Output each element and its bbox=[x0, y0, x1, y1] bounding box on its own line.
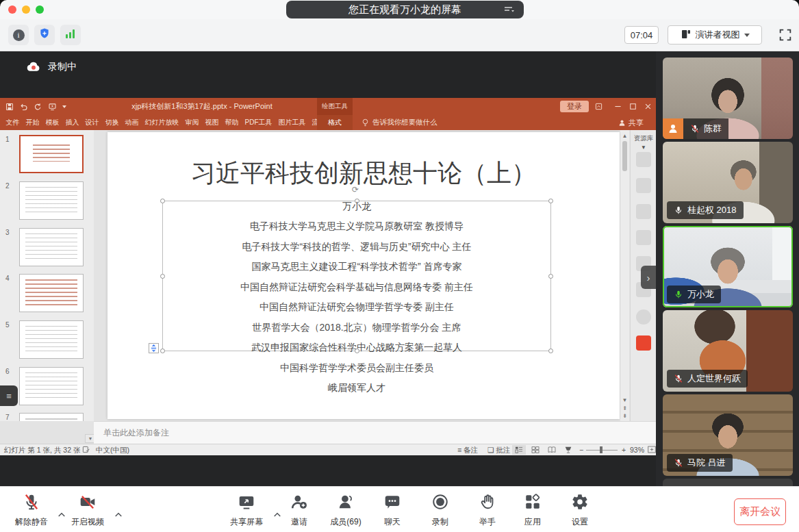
ribbon-tab-review[interactable]: 审阅 bbox=[182, 115, 202, 130]
spellcheck-icon[interactable] bbox=[82, 446, 90, 455]
thumb-number: 7 bbox=[5, 414, 10, 421]
reading-view-button[interactable] bbox=[545, 445, 559, 455]
slide-thumbnail-3[interactable] bbox=[19, 228, 84, 266]
redo-icon[interactable] bbox=[34, 103, 42, 111]
participant-tile-wanxiaolong[interactable]: 万小龙 bbox=[663, 226, 793, 307]
ribbon-options-button[interactable] bbox=[593, 101, 604, 112]
floating-panel-handle[interactable]: ≡ bbox=[0, 385, 18, 406]
network-quality-button[interactable] bbox=[60, 25, 81, 45]
slide-title: 习近平科技创新思想十论（上） bbox=[107, 157, 620, 190]
save-icon[interactable] bbox=[5, 103, 14, 111]
participant-name-label: 马院 吕进 bbox=[667, 454, 733, 472]
ribbon-tab-view[interactable]: 视图 bbox=[202, 115, 222, 130]
ribbon-tab-help[interactable]: 帮助 bbox=[222, 115, 242, 130]
zoom-in-button[interactable]: + bbox=[622, 446, 626, 454]
ribbon-tab-home[interactable]: 开始 bbox=[23, 115, 42, 130]
slide-thumbnail-7[interactable] bbox=[19, 413, 84, 421]
minimize-traffic-light[interactable] bbox=[22, 5, 30, 14]
view-mode-button[interactable]: 演讲者视图 bbox=[668, 25, 762, 45]
rotate-handle[interactable]: ⟳ bbox=[352, 185, 362, 194]
participant-tile-guiqiquan[interactable]: 桂起权 2018 bbox=[663, 142, 793, 223]
slide-thumbnail-1[interactable] bbox=[19, 135, 84, 173]
slide-thumbnail-4[interactable] bbox=[19, 274, 84, 312]
mic-muted-icon bbox=[674, 458, 683, 468]
unmute-button[interactable]: 解除静音 bbox=[5, 492, 58, 528]
participant-tile-chenqun[interactable]: 陈群 bbox=[663, 58, 793, 139]
resource-library-button[interactable]: 资源库 ▾ bbox=[632, 134, 655, 151]
tell-me-box[interactable]: 告诉我你想要做什么 bbox=[362, 115, 437, 130]
participant-tile-lvjin[interactable]: 马院 吕进 bbox=[663, 394, 793, 476]
login-button[interactable]: 登录 bbox=[560, 101, 589, 112]
panel-icon[interactable] bbox=[636, 178, 651, 193]
ribbon-tab-insert[interactable]: 插入 bbox=[62, 115, 82, 130]
next-slide-icon[interactable]: ⇟ bbox=[620, 413, 629, 419]
notes-pane[interactable]: 单击此处添加备注 bbox=[94, 421, 656, 444]
ribbon-tab-template[interactable]: 模板 bbox=[42, 115, 62, 130]
notes-toggle[interactable]: ≡ 备注 bbox=[457, 446, 478, 455]
resize-handle[interactable] bbox=[548, 274, 553, 279]
comments-toggle[interactable]: ❏ 批注 bbox=[487, 446, 510, 455]
ribbon-tab-file[interactable]: 文件 bbox=[3, 115, 23, 130]
apps-button[interactable]: 应用 bbox=[507, 492, 559, 528]
raise-hand-button[interactable]: 举手 bbox=[461, 492, 513, 528]
panel-icon[interactable] bbox=[636, 204, 651, 219]
zoom-traffic-light[interactable] bbox=[36, 5, 44, 14]
panel-icon[interactable] bbox=[636, 309, 651, 325]
fullscreen-button[interactable] bbox=[778, 27, 793, 45]
participant-tile-partial[interactable] bbox=[663, 479, 793, 486]
scrollbar-thumb[interactable] bbox=[622, 141, 627, 171]
maximize-button[interactable] bbox=[627, 101, 638, 112]
slide-thumbnail-6[interactable] bbox=[19, 367, 84, 405]
security-button[interactable] bbox=[34, 25, 55, 45]
slide-canvas[interactable]: 习近平科技创新思想十论（上） ⟳ 万小龙 电子科技大学马克思主义学院马原教研室 … bbox=[107, 132, 620, 419]
participant-tile-heyue[interactable]: 人定世界何跃 bbox=[663, 310, 793, 392]
layout-menu-icon[interactable] bbox=[502, 4, 517, 15]
slide-thumbnail-2[interactable] bbox=[19, 181, 84, 220]
leave-meeting-button[interactable]: 离开会议 bbox=[734, 498, 786, 525]
normal-view-button[interactable] bbox=[512, 445, 526, 455]
share-screen-button[interactable]: 共享屏幕 bbox=[220, 492, 272, 528]
ribbon-tab-pdf-tools[interactable]: PDF工具 bbox=[242, 115, 275, 130]
minimize-button[interactable] bbox=[612, 101, 623, 112]
meeting-info-button[interactable]: i bbox=[8, 25, 29, 45]
ribbon-tab-transitions[interactable]: 切换 bbox=[102, 115, 122, 130]
previous-slide-icon[interactable]: ⇞ bbox=[620, 405, 629, 411]
close-traffic-light[interactable] bbox=[8, 5, 16, 14]
scroll-down-icon[interactable]: ▼ bbox=[620, 397, 629, 403]
slide-thumbnail-5[interactable] bbox=[19, 320, 84, 359]
slideshow-view-button[interactable] bbox=[561, 445, 575, 455]
chat-button[interactable]: 聊天 bbox=[366, 492, 418, 528]
autofit-options-button[interactable] bbox=[149, 343, 159, 353]
ribbon-tab-format[interactable]: 格式 bbox=[317, 115, 353, 130]
zoom-slider-thumb[interactable] bbox=[600, 446, 603, 453]
zoom-out-button[interactable]: − bbox=[579, 446, 583, 454]
start-video-label: 开启视频 bbox=[71, 516, 104, 528]
quick-access-toolbar bbox=[5, 98, 66, 115]
video-options-chevron[interactable] bbox=[114, 508, 123, 520]
close-button[interactable] bbox=[642, 101, 653, 112]
panel-icon[interactable] bbox=[636, 152, 651, 167]
qat-dropdown-icon[interactable] bbox=[62, 105, 66, 108]
undo-icon[interactable] bbox=[19, 103, 28, 111]
ppt-share-button[interactable]: 共享 bbox=[618, 115, 644, 130]
settings-button[interactable]: 设置 bbox=[554, 492, 606, 528]
slide-sorter-view-button[interactable] bbox=[529, 445, 542, 455]
ribbon-tab-design[interactable]: 设计 bbox=[82, 115, 102, 130]
slide-scrollbar[interactable]: ▲ ▼ ⇞ ⇟ bbox=[620, 130, 629, 421]
invite-button[interactable]: 邀请 bbox=[273, 492, 325, 528]
drawing-tools-group: 绘图工具 bbox=[317, 98, 353, 115]
members-button[interactable]: 成员(69) bbox=[320, 492, 372, 528]
language-indicator[interactable]: 中文(中国) bbox=[96, 446, 129, 455]
promo-icon[interactable] bbox=[636, 335, 651, 351]
ribbon-tab-picture-tools[interactable]: 图片工具 bbox=[275, 115, 309, 130]
start-slideshow-icon[interactable] bbox=[48, 103, 57, 111]
ribbon-tab-animations[interactable]: 动画 bbox=[122, 115, 142, 130]
scroll-up-icon[interactable]: ▲ bbox=[620, 133, 629, 139]
ribbon-tab-slideshow[interactable]: 幻灯片放映 bbox=[142, 115, 182, 130]
record-button[interactable]: 录制 bbox=[414, 492, 466, 528]
panel-icon[interactable] bbox=[636, 230, 651, 245]
start-video-button[interactable]: 开启视频 bbox=[62, 492, 114, 528]
resize-handle[interactable] bbox=[160, 274, 165, 279]
sidebar-collapse-button[interactable]: › bbox=[641, 266, 656, 289]
zoom-level[interactable]: 93% bbox=[630, 446, 644, 454]
